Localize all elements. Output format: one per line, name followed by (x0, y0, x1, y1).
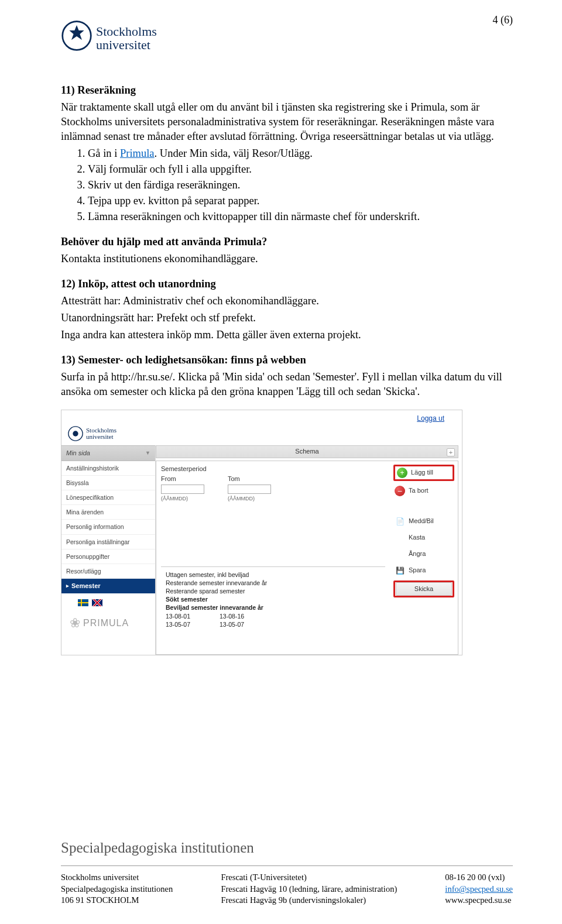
h11: 11) Reseräkning (61, 84, 136, 96)
footer-col2: Frescati (T-Universitetet) Frescati Hagv… (221, 872, 397, 906)
skicka-button[interactable]: Skicka (396, 582, 452, 596)
highlight-skicka: Skicka (393, 580, 454, 597)
sidebar-item-bisyssla[interactable]: Bisyssla (61, 476, 155, 490)
minus-icon: – (395, 486, 405, 496)
undo-icon: ↶ (395, 549, 405, 559)
logo-line1: Stockholms (96, 25, 157, 38)
flag-se-icon[interactable] (78, 599, 88, 606)
note-icon: 📄 (395, 516, 405, 527)
spara-button[interactable]: 💾Spara (393, 564, 454, 577)
sidebar-item-personuppg[interactable]: Personuppgifter (61, 549, 155, 564)
angra-button[interactable]: ↶Ångra (393, 548, 454, 561)
from-input[interactable] (161, 485, 204, 494)
sidebar-item-resor[interactable]: Resor/utlägg (61, 564, 155, 579)
sidebar-item-anstallning[interactable]: Anställningshistorik (61, 461, 155, 476)
page-footer: Specialpedagogiska institutionen Stockho… (61, 840, 513, 906)
highlight-lagg-till: +Lägg till (393, 465, 454, 481)
s11-li5: Lämna reseräkningen och kvittopapper til… (88, 209, 513, 224)
help-heading: Behöver du hjälp med att använda Primula… (61, 236, 267, 248)
sidebar-item-arenden[interactable]: Mina ärenden (61, 505, 155, 520)
sidebar: Min sida ▼ Anställningshistorik Bisyssla… (61, 445, 155, 655)
tom-hint: (ÅÅMMDD) (228, 495, 271, 502)
primula-brand: ❀ PRIMULA (61, 609, 155, 634)
plus-icon: + (397, 468, 407, 478)
s13-p1: Surfa in på http://hr.su.se/. Klicka på … (61, 370, 513, 399)
page-number: 4 (6) (493, 14, 513, 26)
s11-li1: Gå in i Primula. Under Min sida, välj Re… (88, 146, 513, 161)
footer-col3: 08-16 20 00 (vxl) info@specped.su.se www… (445, 872, 513, 906)
footer-col1: Stockholms universitet Specialpedagogisk… (61, 872, 173, 906)
s11-li4: Tejpa upp ev. kvitton på separat papper. (88, 194, 513, 208)
medd-button[interactable]: 📄Medd/Bil (393, 515, 454, 528)
primula-link[interactable]: Primula (120, 147, 155, 159)
add-button[interactable]: +Lägg till (396, 466, 452, 479)
footer-title: Specialpedagogiska institutionen (61, 840, 513, 866)
sidebar-item-semester[interactable]: Semester (61, 579, 155, 593)
primula-screenshot: Logga ut Stockholms universitet Min sida… (61, 410, 462, 655)
sidebar-header[interactable]: Min sida ▼ (61, 445, 155, 461)
trash-icon: 🗑 (395, 533, 405, 543)
s11-li2: Välj formulär och fyll i alla uppgifter. (88, 162, 513, 177)
from-hint: (ÅÅMMDD) (161, 495, 204, 502)
from-label: From (161, 475, 204, 483)
help-p1: Kontakta institutionens ekonomihandlägga… (61, 252, 513, 266)
s12-p2: Utanordningsrätt har: Prefekt och stf pr… (61, 311, 513, 325)
tom-label: Tom (228, 475, 271, 483)
sidebar-item-personinst[interactable]: Personliga inställningar (61, 535, 155, 549)
svg-point-3 (73, 431, 78, 436)
flower-icon: ❀ (70, 614, 81, 632)
footer-email-link[interactable]: info@specped.su.se (445, 884, 513, 894)
s12-p1: Attesträtt har: Administrativ chef och e… (61, 294, 513, 308)
kasta-button[interactable]: 🗑Kasta (393, 531, 454, 544)
s11-li3: Skriv ut den färdiga reseräkningen. (88, 178, 513, 193)
logo-line2: universitet (96, 38, 157, 51)
remove-button[interactable]: –Ta bort (393, 485, 454, 497)
flag-uk-icon[interactable] (92, 599, 102, 606)
h13: 13) Semester- och ledighetsansökan: finn… (61, 354, 306, 366)
tom-input[interactable] (228, 485, 271, 494)
logout-link[interactable]: Logga ut (417, 414, 444, 423)
sidebar-item-lonespec[interactable]: Lönespecifikation (61, 490, 155, 505)
expand-icon[interactable]: + (447, 448, 455, 456)
sidebar-item-personinfo[interactable]: Personlig information (61, 520, 155, 534)
period-label: Semesterperiod (161, 465, 385, 473)
schema-bar[interactable]: Schema + (156, 445, 458, 458)
chevron-down-icon: ▼ (145, 449, 150, 456)
mini-crest-icon (67, 425, 84, 442)
summary-panel: Uttagen semester, inkl beviljad Resteran… (161, 566, 385, 632)
s12-p3: Inga andra kan attestera inköp mm. Detta… (61, 328, 513, 342)
university-logo: Stockholms universitet (61, 20, 513, 51)
h12: 12) Inköp, attest och utanordning (61, 278, 216, 290)
s11-p1: När traktamente skall utgå eller om du a… (61, 100, 513, 144)
document-body: 11) Reseräkning När traktamente skall ut… (61, 83, 513, 655)
crest-icon (61, 20, 92, 51)
save-icon: 💾 (395, 565, 405, 576)
